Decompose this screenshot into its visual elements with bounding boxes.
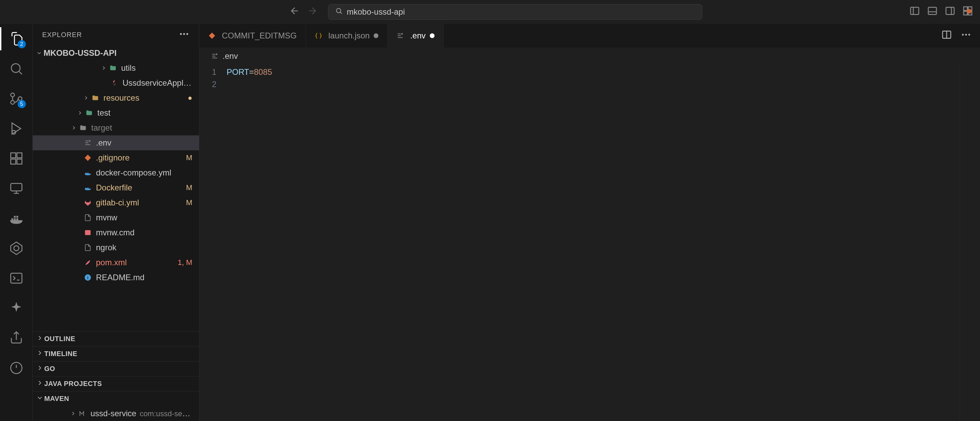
search-icon [335, 7, 343, 17]
run-debug-icon[interactable] [8, 121, 24, 137]
settings-icon [83, 139, 92, 146]
section-go[interactable]: GO [33, 361, 199, 376]
more-actions-icon[interactable] [961, 29, 972, 42]
terminal-icon[interactable] [8, 270, 24, 286]
workspace-root[interactable]: MKOBO-USSD-API [33, 46, 199, 60]
live-share-icon[interactable] [8, 330, 24, 346]
file-label: UssdserviceApplicatio... [123, 78, 192, 88]
file-gitignore[interactable]: .gitignore M [33, 150, 199, 165]
layout-bottom-icon[interactable] [927, 5, 938, 18]
java-icon [110, 79, 119, 87]
chevron-right-icon [36, 364, 44, 373]
sidebar-header: EXPLORER [33, 24, 199, 46]
file-env[interactable]: .env [33, 135, 199, 150]
code-line-1: PORT=8085 [227, 66, 959, 78]
search-activity-icon[interactable] [8, 60, 24, 77]
chevron-right-icon [101, 64, 107, 72]
section-outline[interactable]: OUTLINE [33, 331, 199, 346]
file-label: Dockerfile [96, 183, 186, 192]
source-control-icon[interactable]: 5 [8, 91, 24, 107]
sidebar: EXPLORER MKOBO-USSD-API utils Ussds [33, 24, 199, 421]
file-mvnw[interactable]: mvnw [33, 210, 199, 225]
extensions-icon[interactable] [8, 150, 24, 167]
section-java-projects[interactable]: JAVA PROJECTS [33, 376, 199, 391]
chevron-right-icon [77, 109, 83, 117]
file-docker-compose[interactable]: docker-compose.yml [33, 165, 199, 180]
svg-point-9 [11, 93, 14, 97]
breadcrumb[interactable]: .env [199, 48, 980, 65]
svg-rect-13 [11, 153, 16, 158]
docker-icon [83, 169, 92, 176]
svg-point-10 [11, 101, 14, 105]
editor-body[interactable]: 1 2 PORT=8085 [199, 65, 980, 421]
file-ngrok[interactable]: ngrok [33, 240, 199, 255]
more-icon[interactable] [179, 29, 189, 41]
section-label: TIMELINE [44, 350, 77, 358]
svg-rect-1 [911, 7, 919, 14]
maven-m-icon [78, 410, 87, 417]
tab-commit-editmsg[interactable]: COMMIT_EDITMSG [199, 24, 306, 48]
modified-dot: ● [188, 94, 192, 102]
nav-back-icon[interactable] [289, 5, 300, 18]
modified-badge: M [186, 183, 192, 192]
file-gitlab-ci[interactable]: gitlab-ci.yml M [33, 195, 199, 210]
file-readme[interactable]: i README.md [33, 270, 199, 285]
svg-point-22 [180, 33, 182, 35]
search-text: mkobo-ussd-api [347, 7, 405, 17]
settings-icon [211, 52, 218, 60]
editor-area: COMMIT_EDITMSG launch.json .env [199, 24, 980, 421]
explorer-icon[interactable]: 2 [8, 30, 24, 47]
file-mvnw-cmd[interactable]: mvnw.cmd [33, 225, 199, 240]
explorer-badge: 2 [18, 40, 26, 48]
notification-dot [967, 9, 972, 14]
chevron-right-icon [70, 410, 76, 417]
folder-target[interactable]: target [33, 121, 199, 135]
maven-item-label: ussd-servicecom:ussd-serv... [91, 409, 192, 418]
modified-badge: M [186, 198, 192, 207]
chevron-down-icon [36, 49, 42, 57]
layout-left-icon[interactable] [909, 5, 920, 18]
file-pom[interactable]: pom.xml 1, M [33, 255, 199, 270]
remote-icon[interactable] [8, 180, 24, 197]
sparkle-icon[interactable] [8, 300, 24, 316]
svg-point-31 [969, 34, 970, 35]
section-timeline[interactable]: TIMELINE [33, 346, 199, 361]
line-gutter: 1 2 [199, 65, 227, 421]
file-label: gitlab-ci.yml [96, 198, 186, 207]
folder-test[interactable]: test [33, 105, 199, 121]
svg-rect-25 [85, 230, 91, 235]
svg-rect-17 [11, 183, 22, 191]
svg-text:i: i [87, 275, 89, 280]
file-icon [83, 214, 92, 221]
folder-utils[interactable]: utils [33, 60, 199, 76]
cmd-icon [83, 229, 92, 236]
activity-bar: 2 5 [0, 24, 33, 421]
power-icon[interactable] [8, 360, 24, 376]
git-icon [208, 32, 218, 40]
svg-rect-3 [946, 7, 954, 14]
svg-point-23 [183, 33, 185, 35]
code-content[interactable]: PORT=8085 [227, 65, 959, 421]
line-number: 2 [199, 78, 216, 91]
command-center[interactable]: mkobo-ussd-api [328, 4, 702, 20]
folder-resources[interactable]: resources ● [33, 91, 199, 105]
kubernetes-icon[interactable] [8, 240, 24, 256]
maven-project-item[interactable]: ussd-servicecom:ussd-serv... [33, 406, 199, 421]
gitlab-icon [83, 199, 92, 207]
docker-icon[interactable] [8, 210, 24, 227]
tab-launch-json[interactable]: launch.json [306, 24, 388, 48]
tab-env[interactable]: .env [388, 24, 443, 48]
folder-icon [108, 64, 118, 72]
svg-point-0 [337, 8, 341, 13]
scrollbar-vertical[interactable] [972, 65, 980, 421]
file-dockerfile[interactable]: Dockerfile M [33, 180, 199, 195]
layout-right-icon[interactable] [945, 5, 956, 18]
root-label: MKOBO-USSD-API [43, 48, 192, 58]
chevron-right-icon [36, 379, 44, 388]
chevron-right-icon [36, 349, 44, 358]
split-editor-icon[interactable] [941, 29, 952, 42]
file-label: README.md [96, 273, 192, 282]
file-ussd-application[interactable]: UssdserviceApplicatio... [33, 76, 199, 91]
section-maven[interactable]: MAVEN [33, 391, 199, 406]
chevron-down-icon [36, 394, 44, 404]
